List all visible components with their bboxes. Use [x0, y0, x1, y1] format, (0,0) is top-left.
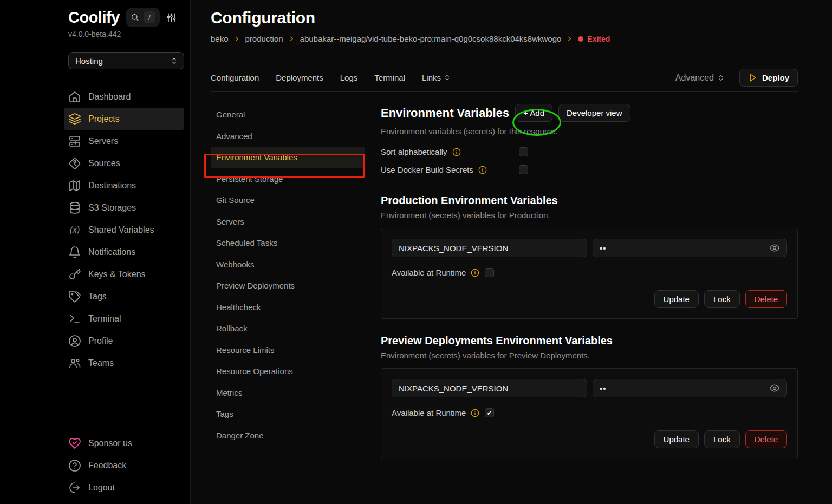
variable-key-input[interactable]	[392, 379, 587, 397]
sidebar-item-terminal[interactable]: Terminal	[64, 307, 184, 330]
submenu-item-general[interactable]: General	[211, 104, 365, 126]
submenu-item-scheduled-tasks[interactable]: Scheduled Tasks	[211, 232, 365, 254]
sidebar-item-feedback[interactable]: Feedback	[64, 454, 184, 476]
breadcrumb-team[interactable]: beko	[211, 34, 229, 43]
info-icon[interactable]	[478, 166, 487, 174]
submenu-item-danger-zone[interactable]: Danger Zone	[211, 425, 365, 447]
layers-icon	[68, 113, 81, 126]
preview-variable-card: •• Available at Runtime ✓ Update Lock De…	[381, 368, 798, 459]
submenu-item-healthcheck[interactable]: Healthcheck	[211, 297, 365, 318]
sidebar-item-label: Profile	[88, 336, 113, 346]
update-button[interactable]: Update	[654, 430, 699, 448]
sidebar-item-shared-variables[interactable]: (x) Shared Variables	[64, 219, 184, 241]
delete-button[interactable]: Delete	[745, 290, 787, 308]
submenu-item-git-source[interactable]: Git Source	[211, 189, 365, 211]
developer-view-button[interactable]: Developer view	[558, 104, 630, 122]
sidebar-footer: Sponsor us Feedback Logout	[68, 432, 184, 499]
help-circle-icon	[68, 459, 81, 472]
sidebar-item-projects[interactable]: Projects	[64, 108, 184, 130]
chevrons-up-down-icon	[444, 74, 451, 81]
breadcrumb-environment[interactable]: production	[245, 34, 283, 43]
breadcrumb-resource[interactable]: abubakar--meigag/vid-tube-beko-pro:main-…	[300, 34, 562, 43]
sidebar-item-servers[interactable]: Servers	[64, 130, 184, 152]
logo-row: Coolify /	[68, 8, 184, 27]
app-logo: Coolify	[68, 9, 120, 27]
tab-configuration[interactable]: Configuration	[211, 73, 259, 82]
toggle-label: Sort alphabetically	[381, 147, 447, 156]
content-subtitle: Environment variables (secrets) for this…	[381, 127, 798, 136]
sidebar-item-tags[interactable]: Tags	[64, 285, 184, 307]
submenu-item-resource-limits[interactable]: Resource Limits	[211, 339, 365, 361]
eye-icon[interactable]	[769, 383, 780, 394]
eye-icon[interactable]	[769, 243, 780, 253]
deploy-button[interactable]: Deploy	[739, 69, 798, 87]
tab-logs[interactable]: Logs	[340, 73, 358, 82]
settings-sliders-button[interactable]	[166, 12, 177, 23]
search-button[interactable]: /	[126, 8, 160, 27]
submenu-item-servers[interactable]: Servers	[211, 211, 365, 233]
sidebar-item-dashboard[interactable]: Dashboard	[64, 86, 184, 108]
sort-alphabetically-checkbox[interactable]	[519, 147, 528, 156]
lock-button[interactable]: Lock	[704, 430, 740, 448]
production-variable-card: •• Available at Runtime Update Lock Dele…	[381, 228, 798, 319]
sidebar-item-profile[interactable]: Profile	[64, 330, 184, 352]
info-icon[interactable]	[471, 409, 479, 417]
terminal-icon	[68, 312, 81, 325]
team-select[interactable]: Hosting	[68, 52, 184, 69]
submenu-item-resource-operations[interactable]: Resource Operations	[211, 361, 365, 382]
sort-alphabetically-row: Sort alphabetically	[381, 143, 798, 161]
content-head: Environment Variables + Add Developer vi…	[381, 104, 798, 122]
chevron-right-icon	[288, 35, 295, 42]
submenu-item-persistent-storage[interactable]: Persistent Storage	[211, 168, 365, 190]
sidebar-item-label: Notifications	[88, 247, 135, 257]
runtime-checkbox[interactable]	[485, 268, 494, 277]
runtime-label: Available at Runtime	[392, 408, 466, 417]
database-icon	[68, 201, 81, 214]
submenu-item-preview-deployments[interactable]: Preview Deployments	[211, 275, 365, 297]
sidebar-item-notifications[interactable]: Notifications	[64, 241, 184, 263]
runtime-checkbox[interactable]: ✓	[485, 408, 494, 417]
variable-key-input[interactable]	[392, 239, 587, 257]
chevrons-up-down-icon	[717, 74, 725, 82]
preview-section-title: Preview Deployments Environment Variable…	[381, 335, 798, 347]
sidebar-item-keys-tokens[interactable]: Keys & Tokens	[64, 263, 184, 285]
variable-value-input[interactable]: ••	[593, 239, 787, 257]
runtime-row: Available at Runtime ✓	[392, 408, 787, 417]
production-section-subtitle: Environment (secrets) variables for Prod…	[381, 211, 798, 220]
status-badge: Exited	[578, 35, 610, 43]
sidebar-item-label: Sponsor us	[88, 438, 132, 448]
sidebar-item-sources[interactable]: Sources	[64, 152, 184, 174]
advanced-select[interactable]: Advanced	[675, 73, 725, 83]
variable-value-input[interactable]: ••	[593, 379, 787, 397]
sidebar-item-sponsor-us[interactable]: Sponsor us	[64, 432, 184, 454]
tab-terminal[interactable]: Terminal	[374, 73, 405, 82]
users-icon	[68, 357, 81, 370]
play-icon	[748, 73, 757, 82]
docker-build-secrets-checkbox[interactable]	[519, 165, 528, 174]
sidebar-item-logout[interactable]: Logout	[64, 476, 184, 499]
tab-deployments[interactable]: Deployments	[276, 73, 323, 82]
breadcrumb: beko production abubakar--meigag/vid-tub…	[211, 34, 798, 43]
update-button[interactable]: Update	[654, 290, 699, 308]
submenu-item-tags[interactable]: Tags	[211, 403, 365, 425]
delete-button[interactable]: Delete	[745, 430, 787, 448]
bell-icon	[68, 246, 81, 259]
tab-links[interactable]: Links	[422, 73, 451, 82]
submenu-item-webhooks[interactable]: Webhooks	[211, 254, 365, 276]
submenu-item-advanced[interactable]: Advanced	[211, 126, 365, 147]
sidebar-item-label: Keys & Tokens	[88, 270, 146, 279]
sidebar-item-label: Destinations	[88, 181, 136, 191]
info-icon[interactable]	[452, 148, 461, 156]
lock-button[interactable]: Lock	[704, 290, 740, 308]
env-variables-content: Environment Variables + Add Developer vi…	[381, 104, 798, 459]
submenu-item-environment-variables[interactable]: Environment Variables	[211, 147, 365, 168]
submenu-item-metrics[interactable]: Metrics	[211, 382, 365, 404]
sidebar-item-destinations[interactable]: Destinations	[64, 174, 184, 197]
info-icon[interactable]	[471, 269, 479, 277]
sidebar-item-s3-storages[interactable]: S3 Storages	[64, 197, 184, 219]
submenu-item-rollback[interactable]: Rollback	[211, 318, 365, 339]
toggle-label: Use Docker Build Secrets	[381, 165, 473, 174]
sidebar-item-teams[interactable]: Teams	[64, 352, 184, 374]
add-variable-button[interactable]: + Add	[515, 104, 552, 122]
sidebar: Coolify / v4.0.0-beta.442 Hosting Dashbo…	[0, 0, 191, 504]
